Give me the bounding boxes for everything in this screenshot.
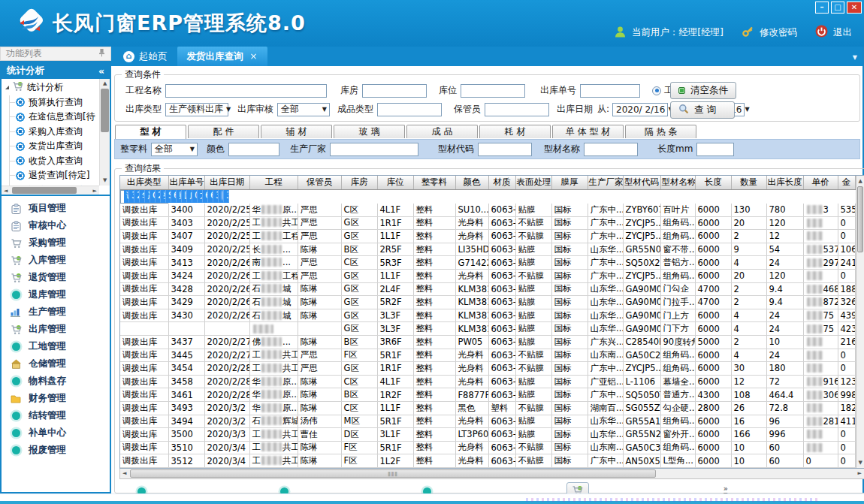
change-password-link[interactable]: 修改密码 bbox=[760, 26, 797, 39]
sidebar-item[interactable]: 退库管理 bbox=[2, 286, 110, 303]
search-button[interactable]: 查 询 bbox=[670, 101, 735, 119]
sidebar-item[interactable]: 报废管理 bbox=[2, 442, 110, 459]
column-header[interactable]: 长度 bbox=[695, 176, 731, 189]
column-header[interactable]: 表面处理 bbox=[515, 176, 551, 189]
out-type-select[interactable]: 生产领料出库▼ bbox=[165, 103, 228, 116]
logout-button[interactable]: 退出 bbox=[833, 26, 852, 39]
column-header[interactable]: 膜厚 bbox=[551, 176, 588, 189]
pin-icon[interactable] bbox=[98, 48, 105, 59]
material-tab[interactable]: 成 品 bbox=[406, 125, 478, 138]
material-tab[interactable]: 耗 材 bbox=[479, 125, 551, 138]
maximize-button[interactable]: □ bbox=[831, 2, 844, 14]
table-row[interactable]: 调拨出库34292020/2/26石城陈琳G区5R2F整料KLM38176063… bbox=[120, 296, 855, 309]
color-input[interactable] bbox=[228, 143, 279, 156]
clear-conditions-button[interactable]: 清空条件 bbox=[670, 82, 736, 99]
tree-horizontal-scrollbar[interactable]: ◄ ► bbox=[2, 186, 99, 195]
table-row[interactable]: 调拨出库34132020/2/26南...严思C区5R3F整料G71422606… bbox=[120, 256, 855, 270]
table-row[interactable]: 调拨出库34072020/2/25工工程严思G区1L1F整料光身料6063-T5… bbox=[120, 230, 855, 243]
collapse-icon[interactable]: « bbox=[98, 65, 104, 77]
sidebar-item[interactable]: 物料盘存 bbox=[2, 373, 110, 390]
table-row[interactable]: 调拨出库33992020/2/25华原...严思C区2L1F整料SU10...6… bbox=[120, 190, 168, 204]
column-header[interactable]: 数量 bbox=[731, 176, 766, 189]
table-row[interactable]: 调拨出库34302020/2/26石城陈琳G区3L3F整料KLM38176063… bbox=[120, 309, 855, 322]
material-tab[interactable]: 单 体 型 材 bbox=[552, 125, 624, 138]
table-row[interactable]: 调拨出库34942020/3/2石辉城汤伟M区5R1F整料光身料6063-T5贴… bbox=[120, 415, 855, 428]
column-header[interactable]: 出库单号 bbox=[168, 176, 204, 189]
material-tab[interactable]: 配 件 bbox=[188, 125, 259, 138]
minimize-button[interactable]: – bbox=[815, 2, 829, 14]
table-row[interactable]: 调拨出库34092020/2/25长...陈琳B区2R5F整料LI35HD606… bbox=[120, 243, 855, 256]
sidebar-item[interactable]: 财务管理 bbox=[2, 390, 110, 407]
radio-industrial[interactable] bbox=[652, 86, 661, 95]
tree-item[interactable]: 发货出库查询 bbox=[3, 139, 98, 154]
sidebar-section-header[interactable]: 统计分析 « bbox=[2, 62, 110, 79]
column-header[interactable]: 单价 bbox=[803, 176, 838, 189]
profile-code-input[interactable] bbox=[478, 143, 532, 156]
table-row[interactable]: 调拨出库35102020/3/4工共工程陈琳F区5R1F整料光身料6063-T5… bbox=[120, 441, 855, 454]
sidebar-item[interactable]: 仓储管理 bbox=[2, 355, 110, 373]
close-button[interactable]: ✕ bbox=[847, 2, 862, 14]
order-no-input[interactable] bbox=[580, 84, 640, 98]
table-row[interactable]: 调拨出库34282020/2/26石城陈琳G区2L4F整料KLM38176063… bbox=[120, 282, 855, 296]
table-row[interactable]: 调拨出库35122020/3/4工共工程陈琳F区1L2F整料光身料6063-T5… bbox=[120, 454, 855, 468]
tab-home[interactable]: ⌂ 起始页 bbox=[113, 47, 177, 66]
table-row[interactable]: 调拨出库34032020/2/25工共工程严思G区1R1F整料光身料6063-T… bbox=[120, 216, 855, 230]
column-header[interactable]: 工程 bbox=[249, 176, 298, 189]
product-type-input[interactable] bbox=[377, 103, 442, 116]
column-header[interactable]: 生产厂家 bbox=[588, 176, 623, 189]
column-header[interactable]: 库房 bbox=[341, 176, 377, 189]
tab-shipping-query[interactable]: 发货出库查询 × bbox=[177, 47, 267, 66]
material-tab[interactable]: 型 材 bbox=[115, 125, 186, 139]
tree-root-statistics[interactable]: 统计分析 bbox=[3, 80, 98, 95]
tree-vertical-scrollbar[interactable]: ▲ ▼ bbox=[99, 79, 110, 186]
sidebar-item[interactable]: 补单中心 bbox=[2, 424, 110, 442]
column-header[interactable]: 出库日期 bbox=[204, 176, 249, 189]
column-header[interactable]: 型材名称 bbox=[660, 176, 695, 189]
table-row[interactable]: G区3L3F整料KLM38176063-T5贴膜国标山东华...GA90M09.… bbox=[120, 322, 855, 336]
table-horizontal-scrollbar[interactable]: ◄ ⦀⦀⦀ ► bbox=[119, 469, 864, 479]
sidebar-item[interactable]: 结转管理 bbox=[2, 407, 110, 424]
table-row[interactable]: 调拨出库34452020/2/27工共工程严思F区5R1F整料光身料6063-T… bbox=[120, 349, 855, 362]
keeper-input[interactable] bbox=[485, 103, 549, 116]
sidebar-item[interactable]: 生产管理 bbox=[2, 303, 110, 321]
slot-input[interactable] bbox=[461, 84, 525, 98]
tree-item[interactable]: 采购入库查询 bbox=[3, 125, 98, 140]
column-header[interactable]: 整零料 bbox=[413, 176, 455, 189]
sidebar-item[interactable]: 退货管理 bbox=[2, 269, 110, 286]
material-tab[interactable]: 隔 热 条 bbox=[625, 125, 696, 138]
warehouse-input[interactable] bbox=[362, 84, 427, 98]
profile-name-input[interactable] bbox=[584, 143, 638, 156]
tree-item[interactable]: 退货查询[待定] bbox=[3, 168, 98, 183]
tab-close-icon[interactable]: × bbox=[250, 51, 258, 62]
material-tab[interactable]: 辅 材 bbox=[261, 125, 332, 138]
column-header[interactable]: 出库类型 bbox=[120, 176, 168, 189]
tab-overflow-icon[interactable]: ▼ bbox=[853, 54, 857, 61]
whole-part-select[interactable]: 全部▼ bbox=[151, 143, 198, 156]
sidebar-item[interactable]: 审核中心 bbox=[2, 217, 110, 234]
factory-input[interactable] bbox=[330, 143, 418, 156]
table-row[interactable]: 调拨出库34002020/2/25华原...严思C区4L1F整料SU10...6… bbox=[120, 204, 855, 217]
tree-expand-icon[interactable] bbox=[5, 86, 9, 89]
table-vertical-scrollbar[interactable]: ▲ ▼ bbox=[856, 176, 864, 468]
table-row[interactable]: 调拨出库34372020/2/27佛...陈琳B区3R6F整料PW056063-… bbox=[120, 335, 855, 349]
column-header[interactable]: 型材代码 bbox=[623, 176, 660, 189]
column-header[interactable]: 材质 bbox=[488, 176, 515, 189]
column-header[interactable]: 库位 bbox=[377, 176, 413, 189]
tree-item[interactable]: 预算执行查询 bbox=[3, 95, 98, 110]
column-header[interactable]: 颜色 bbox=[455, 176, 488, 189]
date-from-select[interactable]: 2020/ 2/16▼ bbox=[612, 103, 668, 116]
sidebar-item[interactable]: 入库管理 bbox=[2, 252, 110, 269]
column-header[interactable]: 保管员 bbox=[298, 176, 341, 189]
column-header[interactable]: 金 bbox=[838, 176, 855, 189]
tree-item[interactable]: 在途信息查询[待 bbox=[3, 110, 98, 125]
sidebar-item[interactable]: 采购管理 bbox=[2, 234, 110, 252]
audit-select[interactable]: 全部▼ bbox=[277, 103, 330, 116]
table-row[interactable]: 调拨出库35002020/3/3工共工程曹佳D区3L1F整料LT3P606063… bbox=[120, 428, 855, 442]
column-header[interactable]: 出库长度 bbox=[766, 176, 803, 189]
table-row[interactable]: 调拨出库34582020/2/28华原...陈琳C区4L1F整料光身料6063-… bbox=[120, 375, 855, 388]
length-input[interactable] bbox=[696, 143, 734, 156]
material-tab[interactable]: 玻 璃 bbox=[334, 125, 405, 138]
sidebar-item[interactable]: 工地管理 bbox=[2, 338, 110, 355]
project-name-input[interactable] bbox=[165, 84, 327, 98]
table-row[interactable]: 调拨出库34612020/2/28华原...陈琳B区1R2F整料F8877FT6… bbox=[120, 388, 855, 402]
